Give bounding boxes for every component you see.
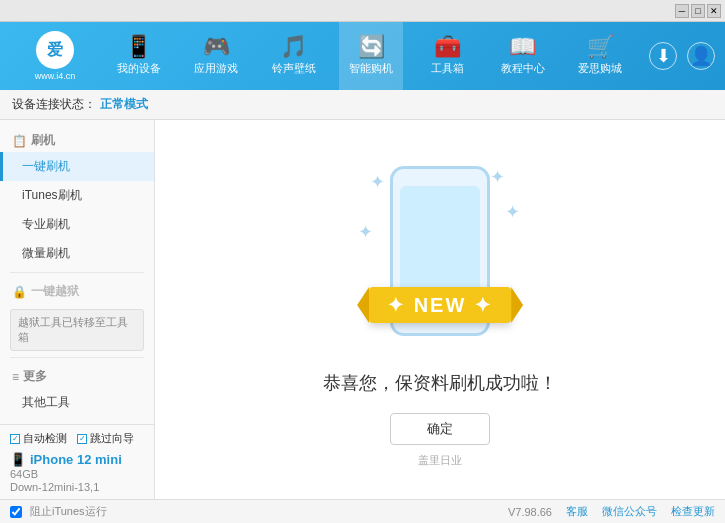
bottom-bar: 阻止iTunes运行 V7.98.66 客服 微信公众号 检查更新 [0,499,725,523]
nav-label-tutorial: 教程中心 [501,61,545,76]
maximize-button[interactable]: □ [691,4,705,18]
more-group-icon: ≡ [12,370,19,384]
sidebar: 📋 刷机 一键刷机 iTunes刷机 专业刷机 微量刷机 🔒 一键越狱 [0,120,155,424]
bottom-left: 阻止iTunes运行 [10,504,107,519]
one-click-flash-label: 一键刷机 [22,159,70,173]
device-name: 📱 iPhone 12 mini [10,452,144,467]
nav-label-smart-shop: 智能购机 [349,61,393,76]
other-tools-label: 其他工具 [22,395,70,409]
auto-detect-checkbox[interactable]: ✓ [10,434,20,444]
sidebar-group-more: ≡ 更多 [0,362,154,388]
sidebar-item-download-firmware[interactable]: 下载固件 [0,417,154,424]
device-name-text: iPhone 12 mini [30,452,122,467]
sidebar-item-itunes-flash[interactable]: iTunes刷机 [0,181,154,210]
new-ribbon: ✦ NEW ✦ [369,287,511,323]
status-label: 设备连接状态： [12,96,96,113]
status-bar: 设备连接状态： 正常模式 [0,90,725,120]
wechat-link[interactable]: 微信公众号 [602,504,657,519]
logo-icon: 爱 [47,40,63,61]
sparkle-2: ✦ [490,166,505,188]
title-bar: ─ □ ✕ [0,0,725,22]
nav-item-app-games[interactable]: 🎮 应用游戏 [184,22,248,90]
skip-wizard-checkbox[interactable]: ✓ [77,434,87,444]
main-content: ✦ ✦ ✦ ✦ ✦ NEW ✦ 恭喜您，保资料刷机成功啦！ 确定 盖里日业 [155,120,725,499]
nav-icon-toolbox: 🧰 [434,36,461,58]
sidebar-item-one-click-flash[interactable]: 一键刷机 [0,152,154,181]
device-phone-icon: 📱 [10,452,26,467]
sparkle-4: ✦ [358,221,373,243]
logo-circle: 爱 [36,31,74,69]
checkbox-skip-wizard[interactable]: ✓ 跳过向导 [77,431,134,446]
nav-icon-my-device: 📱 [125,36,152,58]
device-firmware: Down-12mini-13,1 [10,481,144,493]
window-controls: ─ □ ✕ [675,4,721,18]
sidebar-item-pro-flash[interactable]: 专业刷机 [0,210,154,239]
pro-flash-label: 专业刷机 [22,217,70,231]
status-value: 正常模式 [100,96,148,113]
minimize-button[interactable]: ─ [675,4,689,18]
block-itunes-label: 阻止iTunes运行 [30,504,107,519]
nav-item-toolbox[interactable]: 🧰 工具箱 [417,22,477,90]
nav-right-buttons: ⬇ 👤 [649,42,715,70]
confirm-button[interactable]: 确定 [390,413,490,445]
sidebar-wrapper: 📋 刷机 一键刷机 iTunes刷机 专业刷机 微量刷机 🔒 一键越狱 [0,120,155,499]
success-illustration: ✦ ✦ ✦ ✦ ✦ NEW ✦ [340,151,540,351]
nav-icon-smart-shop: 🔄 [358,36,385,58]
version-label: V7.98.66 [508,506,552,518]
divider-1 [10,272,144,273]
sidebar-group-flash: 📋 刷机 [0,126,154,152]
flash-group-label: 刷机 [31,132,55,149]
close-button[interactable]: ✕ [707,4,721,18]
jailbreak-lock-icon: 🔒 [12,285,27,299]
nav-icon-shop: 🛒 [587,36,614,58]
jailbreak-info-box: 越狱工具已转移至工具箱 [10,309,144,351]
nav-icon-ringtones: 🎵 [280,36,307,58]
more-group-label: 更多 [23,368,47,385]
sparkle-3: ✦ [505,201,520,223]
nav-item-ringtones[interactable]: 🎵 铃声壁纸 [262,22,326,90]
ribbon-star-right: ✦ [474,294,493,316]
nav-item-tutorial[interactable]: 📖 教程中心 [491,22,555,90]
itunes-flash-label: iTunes刷机 [22,188,82,202]
device-info: 📱 iPhone 12 mini 64GB Down-12mini-13,1 [10,452,144,493]
nav-items: 📱 我的设备 🎮 应用游戏 🎵 铃声壁纸 🔄 智能购机 🧰 工具箱 📖 教程中心… [100,22,639,90]
sidebar-group-jailbreak: 🔒 一键越狱 [0,277,154,303]
user-nav-button[interactable]: 👤 [687,42,715,70]
days-counter: 盖里日业 [418,453,462,468]
jailbreak-info-text: 越狱工具已转移至工具箱 [18,316,128,343]
auto-detect-label: 自动检测 [23,431,67,446]
micro-flash-label: 微量刷机 [22,246,70,260]
device-storage: 64GB [10,468,144,480]
sidebar-item-other-tools[interactable]: 其他工具 [0,388,154,417]
device-checkboxes: ✓ 自动检测 ✓ 跳过向导 [10,431,144,446]
nav-icon-app-games: 🎮 [203,36,230,58]
bottom-right: V7.98.66 客服 微信公众号 检查更新 [508,504,715,519]
sidebar-item-micro-flash[interactable]: 微量刷机 [0,239,154,268]
skip-wizard-label: 跳过向导 [90,431,134,446]
nav-label-ringtones: 铃声壁纸 [272,61,316,76]
nav-header: 爱 www.i4.cn 📱 我的设备 🎮 应用游戏 🎵 铃声壁纸 🔄 智能购机 … [0,22,725,90]
download-nav-button[interactable]: ⬇ [649,42,677,70]
customer-service-link[interactable]: 客服 [566,504,588,519]
nav-item-shop[interactable]: 🛒 爱思购城 [568,22,632,90]
ribbon-text: NEW [414,294,467,316]
nav-item-smart-shop[interactable]: 🔄 智能购机 [339,22,403,90]
nav-label-my-device: 我的设备 [117,61,161,76]
nav-label-app-games: 应用游戏 [194,61,238,76]
flash-group-icon: 📋 [12,134,27,148]
success-text: 恭喜您，保资料刷机成功啦！ [323,371,557,395]
content-area: 📋 刷机 一键刷机 iTunes刷机 专业刷机 微量刷机 🔒 一键越狱 [0,120,725,499]
nav-icon-tutorial: 📖 [509,36,536,58]
ribbon-star-left: ✦ [387,294,406,316]
checkbox-auto-detect[interactable]: ✓ 自动检测 [10,431,67,446]
check-update-link[interactable]: 检查更新 [671,504,715,519]
block-itunes-checkbox[interactable] [10,506,22,518]
divider-2 [10,357,144,358]
device-panel: ✓ 自动检测 ✓ 跳过向导 📱 iPhone 12 mini 64GB Down… [0,424,155,499]
jailbreak-group-label: 一键越狱 [31,283,79,300]
logo-subtitle: www.i4.cn [35,71,76,81]
nav-item-my-device[interactable]: 📱 我的设备 [107,22,171,90]
logo-area: 爱 www.i4.cn [10,31,100,81]
sparkle-1: ✦ [370,171,385,193]
nav-label-shop: 爱思购城 [578,61,622,76]
